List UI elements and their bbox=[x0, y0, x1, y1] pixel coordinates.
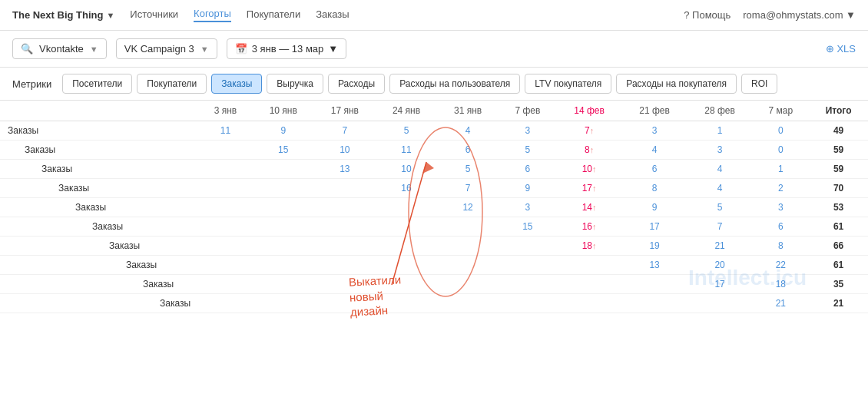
cell-link[interactable]: 1 bbox=[717, 125, 723, 136]
table-cell: 15 bbox=[499, 217, 556, 237]
cell-link[interactable]: 15 bbox=[522, 221, 532, 232]
cell-link[interactable]: 13 bbox=[340, 164, 350, 174]
cell-link[interactable]: 4 bbox=[465, 125, 471, 136]
cell-link[interactable]: 21 bbox=[714, 240, 724, 251]
cell-link[interactable]: 13 bbox=[649, 260, 659, 270]
nav-buyers[interactable]: Покупатели bbox=[247, 8, 300, 22]
cell-link[interactable]: 8 bbox=[652, 183, 658, 194]
table-cell: 4 bbox=[437, 121, 499, 141]
nav-orders[interactable]: Заказы bbox=[316, 8, 349, 22]
campaign-filter[interactable]: VK Campaign 3 ▼ bbox=[116, 38, 217, 59]
cell-link[interactable]: 5 bbox=[465, 164, 471, 174]
cell-link[interactable]: 6 bbox=[525, 164, 531, 174]
cell-link[interactable]: 1 bbox=[778, 164, 784, 174]
cell-link[interactable]: 21 bbox=[776, 298, 786, 309]
cell-link[interactable]: 10 bbox=[340, 144, 350, 155]
table-cell: 7↑ bbox=[557, 121, 622, 141]
cell-link[interactable]: 3 bbox=[652, 125, 658, 136]
table-cell: 21 bbox=[809, 294, 868, 313]
cell-link[interactable]: 12 bbox=[462, 202, 472, 213]
nav-sources[interactable]: Источники bbox=[130, 8, 178, 22]
user-menu[interactable]: roma@ohmystats.com ▼ bbox=[743, 9, 856, 21]
cell-link[interactable]: 9 bbox=[525, 183, 531, 194]
cell-link[interactable]: 9 bbox=[280, 125, 286, 136]
table-cell: 18↑ bbox=[557, 237, 622, 256]
nav-cohorts[interactable]: Когорты bbox=[194, 8, 231, 22]
table-cell: 20 bbox=[687, 256, 753, 275]
table-cell: 17 bbox=[622, 217, 687, 237]
cell-link[interactable]: 7 bbox=[343, 125, 348, 136]
cell-link[interactable]: 3 bbox=[525, 202, 531, 213]
cell-link[interactable]: 17 bbox=[649, 221, 659, 232]
brand-dropdown-arrow[interactable]: ▼ bbox=[106, 11, 114, 20]
table-cell: 59 bbox=[809, 160, 868, 179]
table-cell: 1 bbox=[753, 160, 810, 179]
cell-link[interactable]: 2 bbox=[778, 183, 784, 194]
table-cell: 3 bbox=[687, 141, 753, 160]
table-cell: 16↑ bbox=[557, 217, 622, 237]
cell-link[interactable]: 5 bbox=[717, 202, 723, 213]
cell-link[interactable]: 7 bbox=[717, 221, 723, 232]
date-range-filter[interactable]: 📅 3 янв — 13 мар ▼ bbox=[227, 38, 347, 59]
cell-link[interactable]: 8 bbox=[778, 240, 784, 251]
table-row: Заказы151011658↑43059 bbox=[0, 141, 868, 160]
metric-expenses[interactable]: Расходы bbox=[328, 74, 385, 94]
cell-link[interactable]: 7 bbox=[465, 183, 471, 194]
source-filter[interactable]: 🔍 Vkontakte ▼ bbox=[12, 38, 107, 59]
cell-link[interactable]: 15 bbox=[278, 144, 288, 155]
cell-link[interactable]: 4 bbox=[717, 164, 723, 174]
help-link[interactable]: ? Помощь bbox=[684, 9, 731, 21]
cell-link[interactable]: 0 bbox=[778, 144, 784, 155]
cell-link[interactable]: 11 bbox=[220, 125, 230, 136]
cell-link[interactable]: 6 bbox=[778, 221, 784, 232]
cell-link[interactable]: 5 bbox=[404, 125, 409, 136]
cell-link[interactable]: 3 bbox=[717, 144, 723, 155]
cell-link[interactable]: 16 bbox=[401, 183, 411, 194]
cell-link[interactable]: 9 bbox=[652, 202, 658, 213]
brand-name[interactable]: The Next Big Thing bbox=[12, 9, 103, 21]
metric-revenue[interactable]: Выручка bbox=[267, 74, 323, 94]
cell-link[interactable]: 6 bbox=[652, 164, 658, 174]
table-cell bbox=[557, 275, 622, 294]
col-header-24jan: 24 янв bbox=[376, 101, 437, 121]
metric-orders[interactable]: Заказы bbox=[211, 74, 262, 94]
table-cell: 5 bbox=[376, 121, 437, 141]
table-cell: 3 bbox=[622, 121, 687, 141]
table-cell: 10 bbox=[314, 141, 376, 160]
metric-roi[interactable]: ROI bbox=[741, 74, 777, 94]
table-cell: 61 bbox=[809, 217, 868, 237]
metric-ltv[interactable]: LTV покупателя bbox=[525, 74, 611, 94]
cell-link[interactable]: 20 bbox=[714, 260, 724, 270]
cell-link[interactable]: 22 bbox=[776, 260, 786, 270]
cell-link[interactable]: 5 bbox=[525, 144, 531, 155]
table-cell bbox=[198, 141, 253, 160]
col-header-3jan: 3 янв bbox=[198, 101, 253, 121]
cell-link[interactable]: 6 bbox=[465, 144, 471, 155]
cell-link[interactable]: 10 bbox=[401, 164, 411, 174]
table-cell bbox=[253, 198, 314, 217]
col-header-total: Итого bbox=[809, 101, 868, 121]
metric-visitors[interactable]: Посетители bbox=[62, 74, 132, 94]
cell-link[interactable]: 3 bbox=[778, 202, 784, 213]
metric-cost-per-buyer[interactable]: Расходы на покупателя bbox=[616, 74, 737, 94]
table-row: Заказы167917↑84270 bbox=[0, 179, 868, 198]
cell-link[interactable]: 17 bbox=[714, 279, 724, 289]
table-cell: 6 bbox=[499, 160, 556, 179]
table-cell: 8 bbox=[622, 179, 687, 198]
table-cell: 11 bbox=[376, 141, 437, 160]
cell-link[interactable]: 18 bbox=[776, 279, 786, 289]
table-cell: 2 bbox=[753, 179, 810, 198]
table-cell: 5 bbox=[687, 198, 753, 217]
metric-buyers[interactable]: Покупатели bbox=[137, 74, 207, 94]
table-cell: 17↑ bbox=[557, 179, 622, 198]
cell-link[interactable]: 11 bbox=[401, 144, 411, 155]
cell-link[interactable]: 4 bbox=[717, 183, 723, 194]
cell-link[interactable]: 19 bbox=[649, 240, 659, 251]
xls-button[interactable]: ⊕ XLS bbox=[826, 43, 856, 55]
up-arrow-icon: ↑ bbox=[592, 222, 597, 231]
cell-link[interactable]: 4 bbox=[652, 144, 658, 155]
cell-link[interactable]: 3 bbox=[525, 125, 531, 136]
cell-link[interactable]: 0 bbox=[778, 125, 784, 136]
table-cell bbox=[437, 294, 499, 313]
metric-cost-per-user[interactable]: Расходы на пользователя bbox=[389, 74, 520, 94]
